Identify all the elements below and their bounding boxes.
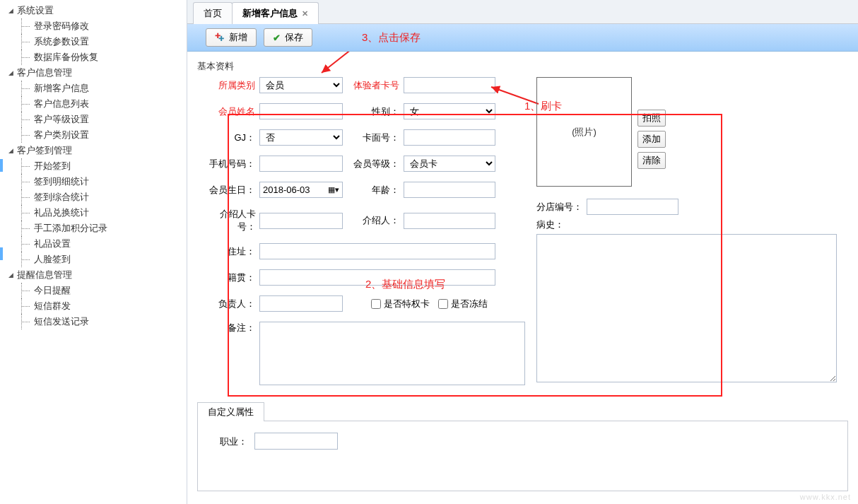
- gj-select[interactable]: 否: [259, 129, 343, 146]
- branch-input[interactable]: [587, 199, 678, 215]
- birthday-picker[interactable]: 2018-06-03 ▦▾: [259, 182, 343, 198]
- sidebar: 系统设置 登录密码修改 系统参数设置 数据库备份恢复 客户信息管理 新增客户信息…: [0, 0, 187, 504]
- tree-item[interactable]: 签到明细统计: [21, 174, 187, 189]
- tree-item[interactable]: 登录密码修改: [21, 18, 187, 34]
- tree-item[interactable]: 客户等级设置: [21, 112, 187, 127]
- photo-box: (照片): [536, 77, 632, 187]
- tree-item[interactable]: 数据库备份恢复: [21, 49, 187, 65]
- tree-item[interactable]: 手工添加积分记录: [21, 221, 187, 236]
- label-card-no: 体验者卡号: [353, 79, 404, 92]
- label-ref-card: 介绍人卡号：: [203, 208, 259, 233]
- label-birthday: 会员生日：: [203, 184, 259, 197]
- address-input[interactable]: [259, 243, 495, 259]
- tree-item[interactable]: 客户类别设置: [21, 127, 187, 143]
- tree-item[interactable]: 短信发送记录: [21, 314, 187, 329]
- tree-item[interactable]: 短信群发: [21, 298, 187, 314]
- remark-textarea[interactable]: [259, 322, 525, 385]
- label-age: 年龄：: [353, 184, 404, 197]
- save-button[interactable]: ✔ 保存: [264, 28, 312, 47]
- section-title-basic: 基本资料: [197, 60, 848, 73]
- tree-item[interactable]: 客户信息列表: [21, 96, 187, 112]
- tree-item[interactable]: 新增客户信息: [21, 81, 187, 96]
- referrer-input[interactable]: [404, 213, 495, 229]
- tree-group-remind[interactable]: 提醒信息管理: [8, 267, 187, 283]
- annotation-fill-hint: 2、基础信息填写: [365, 278, 445, 291]
- category-select[interactable]: 会员: [259, 77, 343, 93]
- job-input[interactable]: [254, 433, 338, 450]
- label-job: 职业：: [209, 435, 252, 448]
- label-category: 所属类别: [203, 79, 259, 92]
- tree-group-system[interactable]: 系统设置: [8, 3, 187, 18]
- tree-item[interactable]: 礼品兑换统计: [21, 205, 187, 221]
- label-manager: 负责人：: [203, 298, 259, 310]
- annotation-save-hint: 3、点击保存: [362, 31, 421, 45]
- check-icon: ✔: [273, 33, 281, 43]
- history-textarea[interactable]: [536, 234, 837, 382]
- tree-item[interactable]: 礼品设置: [21, 236, 187, 252]
- close-icon[interactable]: ✕: [302, 9, 308, 18]
- tab-home[interactable]: 首页: [193, 2, 233, 24]
- label-name: 会员姓名: [203, 105, 259, 118]
- add-icon: [215, 33, 225, 42]
- add-photo-button[interactable]: 添加: [637, 131, 666, 148]
- face-no-input[interactable]: [404, 129, 495, 146]
- watermark: www.kkx.net: [800, 493, 851, 501]
- accent-bar: [0, 159, 3, 172]
- toolbar: 新增 ✔ 保存 3、点击保存: [187, 24, 858, 52]
- tab-add-customer[interactable]: 新增客户信息 ✕: [232, 2, 319, 24]
- label-remark: 备注：: [203, 322, 259, 334]
- label-branch: 分店编号：: [536, 201, 582, 213]
- label-gender: 性别：: [353, 105, 404, 118]
- calendar-icon: ▦▾: [328, 185, 339, 194]
- label-face-no: 卡面号：: [353, 131, 404, 144]
- tab-custom-attrs[interactable]: 自定义属性: [197, 402, 264, 421]
- phone-input[interactable]: [259, 156, 343, 172]
- label-phone: 手机号码：: [203, 158, 259, 170]
- tree-group-checkin[interactable]: 客户签到管理: [8, 143, 187, 158]
- tree-item[interactable]: 开始签到: [21, 158, 187, 174]
- tree-group-customer[interactable]: 客户信息管理: [8, 65, 187, 81]
- accent-bar: [0, 247, 3, 260]
- tree-item[interactable]: 系统参数设置: [21, 34, 187, 49]
- gender-select[interactable]: 女: [404, 103, 495, 119]
- label-native: 籍贯：: [203, 271, 259, 284]
- custom-attrs-panel: 职业：: [197, 421, 848, 491]
- tab-bar: 首页 新增客户信息 ✕: [187, 0, 858, 24]
- take-photo-button[interactable]: 拍照: [637, 110, 666, 127]
- age-input[interactable]: [404, 182, 495, 198]
- ref-card-input[interactable]: [259, 213, 343, 229]
- name-input[interactable]: [259, 103, 343, 119]
- label-level: 会员等级：: [353, 158, 404, 170]
- freeze-checkbox[interactable]: 是否冻结: [438, 298, 488, 310]
- label-history: 病史：: [536, 218, 564, 231]
- tree-item[interactable]: 人脸签到: [21, 252, 187, 267]
- level-select[interactable]: 会员卡: [404, 156, 495, 172]
- add-button[interactable]: 新增: [206, 28, 257, 47]
- privilege-checkbox[interactable]: 是否特权卡: [371, 298, 430, 310]
- tree-item[interactable]: 今日提醒: [21, 283, 187, 298]
- manager-input[interactable]: [259, 295, 343, 312]
- label-address: 住址：: [203, 245, 259, 258]
- card-no-input[interactable]: [404, 77, 495, 93]
- label-gj: GJ：: [203, 131, 259, 144]
- clear-photo-button[interactable]: 清除: [637, 152, 666, 169]
- tree-item[interactable]: 签到综合统计: [21, 189, 187, 205]
- label-referrer: 介绍人：: [353, 214, 404, 227]
